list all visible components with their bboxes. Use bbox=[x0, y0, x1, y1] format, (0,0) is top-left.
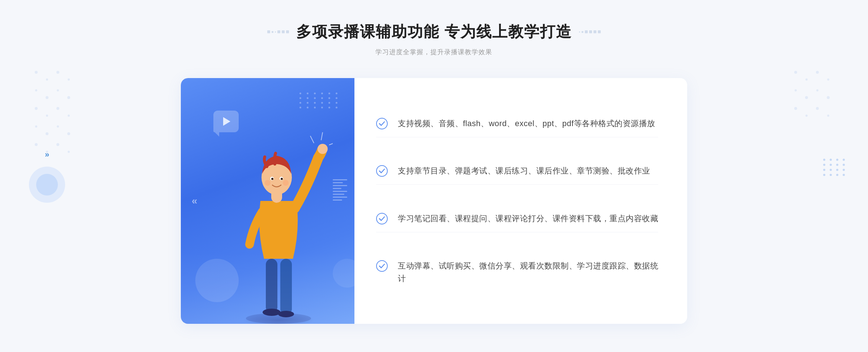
svg-point-4 bbox=[35, 89, 37, 91]
svg-line-46 bbox=[310, 136, 314, 143]
feature-item-3: 学习笔记回看、课程提问、课程评论打分、课件资料下载，重点内容收藏 bbox=[376, 205, 658, 232]
svg-point-14 bbox=[57, 125, 59, 128]
svg-point-9 bbox=[46, 115, 48, 117]
check-icon-4 bbox=[376, 260, 388, 272]
svg-point-43 bbox=[281, 178, 283, 180]
svg-point-25 bbox=[805, 96, 808, 99]
page-title: 多项录播课辅助功能 专为线上教学打造 bbox=[296, 22, 572, 42]
feature-text-4: 互动弹幕、试听购买、微信分享、观看次数限制、学习进度跟踪、数据统计 bbox=[398, 259, 658, 285]
svg-point-10 bbox=[56, 107, 59, 110]
chevron-left-icon: « bbox=[192, 195, 197, 207]
check-icon-3 bbox=[376, 213, 388, 224]
svg-point-12 bbox=[35, 125, 37, 128]
header-section: 多项录播课辅助功能 专为线上教学打造 学习进度全掌握，提升录播课教学效果 bbox=[267, 22, 601, 56]
feature-text-2: 支持章节目录、弹题考试、课后练习、课后作业、章节测验、批改作业 bbox=[398, 164, 650, 177]
svg-point-5 bbox=[46, 96, 48, 99]
illustration-panel: « bbox=[181, 78, 354, 324]
svg-point-15 bbox=[67, 132, 70, 135]
side-decoration-right bbox=[823, 159, 846, 176]
chevron-icon: » bbox=[29, 150, 65, 159]
svg-point-29 bbox=[805, 115, 808, 117]
svg-line-48 bbox=[329, 142, 333, 145]
svg-point-24 bbox=[795, 89, 797, 91]
main-card: « bbox=[181, 78, 687, 324]
check-icon-1 bbox=[376, 118, 388, 129]
stripe-decoration bbox=[333, 179, 347, 223]
check-icon-2 bbox=[376, 165, 388, 177]
svg-point-16 bbox=[35, 143, 38, 146]
header-dots-right bbox=[579, 30, 601, 33]
svg-point-18 bbox=[56, 143, 59, 146]
svg-point-19 bbox=[68, 151, 70, 153]
svg-point-3 bbox=[68, 78, 70, 81]
features-panel: 支持视频、音频、flash、word、excel、ppt、pdf等各种格式的资源… bbox=[354, 78, 687, 324]
feature-text-3: 学习笔记回看、课程提问、课程评论打分、课件资料下载，重点内容收藏 bbox=[398, 212, 658, 225]
side-decoration-left: » bbox=[29, 150, 65, 203]
svg-point-42 bbox=[271, 178, 273, 180]
svg-point-1 bbox=[46, 78, 48, 81]
svg-point-22 bbox=[816, 71, 819, 74]
svg-point-26 bbox=[816, 89, 818, 91]
svg-point-27 bbox=[827, 96, 830, 99]
svg-point-45 bbox=[283, 180, 289, 186]
svg-point-21 bbox=[805, 78, 808, 81]
svg-point-44 bbox=[265, 180, 271, 186]
svg-point-50 bbox=[376, 166, 387, 176]
page-wrapper: » 多项录播课辅助功能 专为线上教学打造 bbox=[0, 0, 868, 352]
svg-point-11 bbox=[68, 115, 70, 117]
svg-point-6 bbox=[57, 89, 59, 91]
svg-point-31 bbox=[827, 115, 829, 117]
deco-circle-left bbox=[29, 167, 65, 203]
feature-item-1: 支持视频、音频、flash、word、excel、ppt、pdf等各种格式的资源… bbox=[376, 110, 658, 137]
svg-point-49 bbox=[376, 118, 387, 129]
svg-point-8 bbox=[35, 107, 38, 110]
svg-point-13 bbox=[46, 132, 48, 135]
title-row: 多项录播课辅助功能 专为线上教学打造 bbox=[267, 22, 601, 42]
svg-point-7 bbox=[67, 96, 70, 99]
svg-point-37 bbox=[318, 144, 328, 154]
svg-point-23 bbox=[827, 78, 829, 81]
svg-line-47 bbox=[321, 132, 323, 140]
dot-grid-top bbox=[299, 93, 340, 108]
header-dots-left bbox=[267, 30, 289, 33]
svg-point-52 bbox=[376, 261, 387, 271]
svg-point-28 bbox=[794, 107, 797, 110]
feature-item-2: 支持章节目录、弹题考试、课后练习、课后作业、章节测验、批改作业 bbox=[376, 157, 658, 185]
svg-point-51 bbox=[376, 213, 387, 224]
feature-text-1: 支持视频、音频、flash、word、excel、ppt、pdf等各种格式的资源… bbox=[398, 117, 655, 130]
svg-point-2 bbox=[56, 71, 59, 74]
page-subtitle: 学习进度全掌握，提升录播课教学效果 bbox=[267, 48, 601, 56]
svg-point-20 bbox=[794, 71, 797, 74]
feature-item-4: 互动弹幕、试听购买、微信分享、观看次数限制、学习进度跟踪、数据统计 bbox=[376, 252, 658, 292]
svg-point-0 bbox=[35, 71, 38, 74]
svg-point-30 bbox=[816, 107, 819, 110]
